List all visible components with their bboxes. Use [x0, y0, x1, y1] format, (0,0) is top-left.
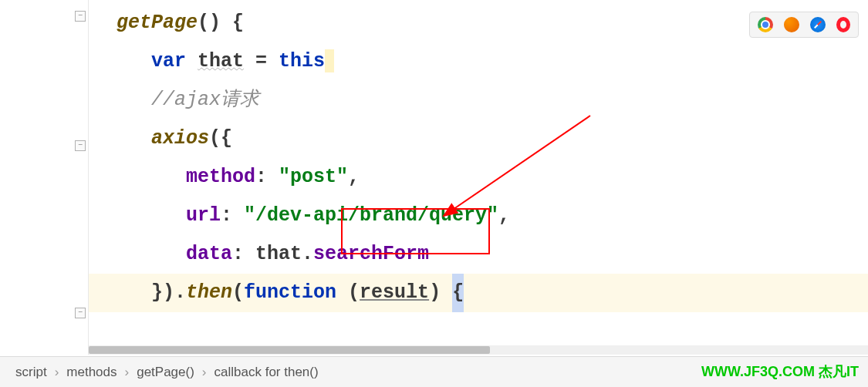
param-result: result [360, 281, 429, 304]
watermark: WWW.JF3Q.COM 杰凡IT [701, 362, 859, 381]
comment: //ajax请求 [151, 89, 259, 111]
string-url-part2: brand/query" [360, 204, 498, 227]
firefox-icon[interactable] [784, 17, 799, 32]
axios-call: axios [151, 127, 209, 150]
then-method: then [186, 281, 232, 304]
fold-marker[interactable]: − [73, 306, 87, 320]
chevron-right-icon: › [55, 365, 59, 380]
fold-marker[interactable]: − [73, 9, 87, 23]
search-form: searchForm [313, 243, 429, 265]
horizontal-scrollbar[interactable] [89, 345, 868, 355]
code-line: data: that.searchForm [89, 235, 868, 274]
breadcrumb-item[interactable]: methods [66, 365, 117, 380]
prop-method: method [186, 166, 255, 188]
code-line: //ajax请求 [89, 81, 868, 119]
code-editor[interactable]: − − − getPage() { var that = this //ajax… [0, 0, 868, 355]
breadcrumb-item[interactable]: callback for then() [214, 365, 319, 380]
string-url-part1: "/dev-api/ [244, 204, 360, 227]
keyword-function: function [244, 281, 336, 304]
chevron-right-icon: › [125, 365, 130, 380]
code-line-highlighted: }).then(function (result) { [89, 274, 868, 312]
code-content[interactable]: getPage() { var that = this //ajax请求 axi… [89, 0, 868, 355]
safari-icon[interactable] [810, 17, 826, 32]
breadcrumb-item[interactable]: script [15, 365, 47, 380]
gutter: − − − [0, 0, 89, 355]
keyword-var: var [151, 50, 186, 72]
method-name: getPage [117, 12, 198, 34]
keyword-this: this [279, 50, 325, 72]
opera-icon[interactable] [836, 17, 850, 32]
prop-url: url [186, 204, 221, 227]
code-line: var that = this [89, 42, 868, 81]
code-line: url: "/dev-api/brand/query", [89, 197, 868, 235]
code-line: axios({ [89, 119, 868, 158]
breadcrumb-item[interactable]: getPage() [137, 365, 194, 380]
string-post: "post" [279, 166, 348, 188]
prop-data: data [186, 243, 232, 265]
browser-toolbar [749, 12, 859, 38]
code-line: method: "post", [89, 158, 868, 197]
chevron-right-icon: › [202, 365, 207, 380]
fold-marker[interactable]: − [73, 139, 87, 153]
cursor [325, 49, 334, 72]
that-ref: that [255, 243, 302, 265]
var-that: that [198, 50, 244, 72]
scrollbar-thumb[interactable] [89, 346, 490, 354]
chrome-icon[interactable] [758, 17, 773, 32]
